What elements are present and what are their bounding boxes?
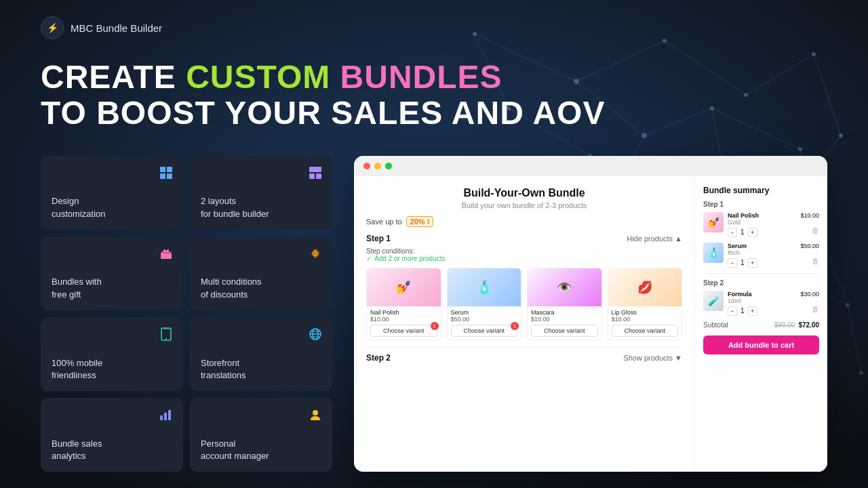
feature-card-translations: Storefronttranslations bbox=[190, 317, 332, 391]
bundle-title: Build-Your-Own Bundle bbox=[366, 187, 682, 199]
svg-point-53 bbox=[165, 338, 167, 340]
feature-card-account-manager: Personalaccount manager bbox=[190, 398, 332, 472]
summary-nail-polish-info: Nail Polish Gold $10.00 − 1 + bbox=[728, 212, 819, 237]
nail-polish-info: Nail Polish $10.00 Choose variant bbox=[367, 306, 441, 340]
formula-qty-decrease[interactable]: − bbox=[728, 306, 737, 316]
app-header: ⚡ MBC Bundle Builder bbox=[41, 16, 827, 39]
subtotal-prices: $90.00 $72.00 bbox=[774, 321, 819, 329]
summary-divider-1 bbox=[703, 273, 819, 274]
subtotal-label: Subtotal bbox=[703, 321, 728, 329]
svg-rect-47 bbox=[309, 174, 315, 179]
svg-rect-60 bbox=[160, 415, 163, 420]
serum-delete-icon[interactable]: 🗑 bbox=[812, 257, 819, 265]
subtotal-row: Subtotal $90.00 $72.00 bbox=[703, 321, 819, 329]
nail-polish-qty-control: − 1 + bbox=[728, 228, 819, 237]
svg-rect-54 bbox=[163, 328, 169, 329]
summary-nail-polish-image: 💅 bbox=[703, 212, 724, 232]
summary-step2-label: Step 2 bbox=[703, 279, 819, 287]
browser-dot-yellow bbox=[374, 163, 381, 169]
summary-serum-image: 🧴 bbox=[703, 243, 724, 263]
show-products-label: Show products bbox=[623, 354, 673, 362]
svg-rect-62 bbox=[168, 410, 171, 420]
lip-gloss-info: Lip Gloss $10.00 Choose variant bbox=[608, 306, 682, 340]
chart-icon bbox=[157, 406, 175, 424]
feature-card-analytics: Bundle salesanalytics bbox=[41, 398, 183, 472]
hero-word-create: CREATE bbox=[41, 59, 186, 95]
serum-choose-btn[interactable]: Choose variant bbox=[451, 325, 518, 337]
summary-serum-info: Serum Rich $50.00 − 1 + bbox=[728, 243, 819, 268]
feature-label-design: Designcustomization bbox=[52, 195, 172, 220]
feature-card-design-customization: Designcustomization bbox=[41, 156, 183, 230]
hero-line1: CREATE CUSTOM BUNDLES bbox=[41, 60, 827, 96]
browser-content: Build-Your-Own Bundle Build your own bun… bbox=[354, 176, 827, 472]
bundle-summary-panel: Bundle summary Step 1 💅 Nail Polish Gold bbox=[695, 176, 827, 472]
browser-mockup: Build-Your-Own Bundle Build your own bun… bbox=[354, 156, 827, 472]
summary-formula-name: Formula bbox=[728, 291, 752, 298]
summary-nail-polish-name: Nail Polish bbox=[728, 212, 759, 219]
hero-word-bundles: BUNDLES bbox=[340, 59, 502, 95]
mobile-icon bbox=[157, 325, 175, 343]
formula-delete-icon[interactable]: 🗑 bbox=[812, 305, 819, 313]
summary-item-formula: 🧪 Formula 10ml $30.00 − bbox=[703, 291, 819, 316]
summary-nail-polish-variant: Gold bbox=[728, 219, 759, 226]
summary-serum-variant: Rich bbox=[728, 249, 747, 256]
serum-qty: 1 bbox=[741, 259, 745, 266]
product-card-serum: 🧴 Serum $50.00 Choose variant bbox=[447, 268, 522, 340]
subtotal-original: $90.00 bbox=[774, 321, 795, 329]
gear-icon bbox=[307, 245, 324, 262]
summary-nail-polish-price: $10.00 bbox=[800, 212, 819, 219]
summary-step1-label: Step 1 bbox=[703, 201, 819, 208]
feature-grid: Designcustomization 2 layoutsfor bundle … bbox=[41, 156, 332, 472]
mascara-choose-btn[interactable]: Choose variant bbox=[531, 325, 598, 337]
app-logo-name: MBC Bundle Builder bbox=[71, 22, 162, 34]
nail-polish-choose-btn[interactable]: Choose variant bbox=[370, 325, 437, 337]
nail-polish-delete-icon[interactable]: 🗑 bbox=[812, 226, 819, 235]
formula-qty: 1 bbox=[741, 307, 745, 314]
feature-label-account-manager: Personalaccount manager bbox=[201, 438, 321, 462]
save-text: Save up to bbox=[366, 218, 402, 226]
svg-rect-45 bbox=[167, 174, 172, 179]
serum-qty-decrease[interactable]: − bbox=[728, 258, 737, 268]
formula-qty-increase[interactable]: + bbox=[748, 306, 757, 316]
lip-gloss-price: $10.00 bbox=[612, 316, 679, 323]
lip-gloss-image: 💋 bbox=[608, 268, 682, 306]
main-layout: Designcustomization 2 layoutsfor bundle … bbox=[41, 156, 827, 472]
nail-polish-qty-decrease[interactable]: − bbox=[728, 228, 737, 237]
svg-rect-46 bbox=[309, 167, 321, 172]
product-card-nail-polish: 💅 Nail Polish $10.00 Choose variant bbox=[366, 268, 441, 340]
summary-formula-image: 🧪 bbox=[703, 291, 724, 311]
serum-name: Serum bbox=[451, 309, 518, 316]
feature-label-conditions: Multi conditionsof discounts bbox=[201, 276, 321, 300]
browser-bar bbox=[354, 156, 827, 176]
summary-title: Bundle summary bbox=[703, 186, 819, 195]
product-card-lip-gloss: 💋 Lip Gloss $10.00 Choose variant bbox=[608, 268, 683, 340]
serum-qty-increase[interactable]: + bbox=[748, 258, 757, 268]
serum-price: $50.00 bbox=[451, 316, 518, 323]
lip-gloss-name: Lip Gloss bbox=[612, 309, 679, 316]
svg-point-63 bbox=[313, 410, 318, 415]
conditions-label: Step conditions: bbox=[366, 247, 414, 255]
check-icon: ✓ bbox=[366, 255, 372, 262]
grid-icon bbox=[157, 164, 175, 182]
condition-text: Add 2 or more products bbox=[374, 255, 446, 262]
show-products-btn[interactable]: Show products ▼ bbox=[623, 354, 682, 362]
summary-serum-price: $50.00 bbox=[800, 243, 819, 249]
feature-label-mobile: 100% mobilefriendliness bbox=[52, 357, 172, 382]
products-grid: 💅 Nail Polish $10.00 Choose variant 🧴 Se… bbox=[366, 268, 682, 340]
add-bundle-btn[interactable]: Add bundle to cart bbox=[703, 336, 819, 354]
summary-item-nail-polish: 💅 Nail Polish Gold $10.00 − bbox=[703, 212, 819, 237]
lip-gloss-choose-btn[interactable]: Choose variant bbox=[612, 325, 679, 337]
nail-polish-qty-increase[interactable]: + bbox=[748, 228, 757, 237]
info-icon: ℹ bbox=[427, 218, 429, 225]
svg-rect-44 bbox=[160, 174, 165, 179]
hero-section: CREATE CUSTOM BUNDLES TO BOOST YOUR SALE… bbox=[41, 60, 827, 131]
step1-label: Step 1 bbox=[366, 234, 391, 243]
feature-label-translations: Storefronttranslations bbox=[201, 357, 321, 382]
nail-polish-qty: 1 bbox=[741, 228, 745, 236]
hide-products-btn[interactable]: Hide products ▲ bbox=[627, 235, 682, 243]
app-logo-icon: ⚡ bbox=[41, 16, 64, 39]
gift-icon bbox=[157, 245, 175, 262]
person-icon bbox=[307, 406, 324, 424]
formula-qty-control: − 1 + bbox=[728, 306, 819, 316]
svg-rect-61 bbox=[164, 413, 167, 420]
